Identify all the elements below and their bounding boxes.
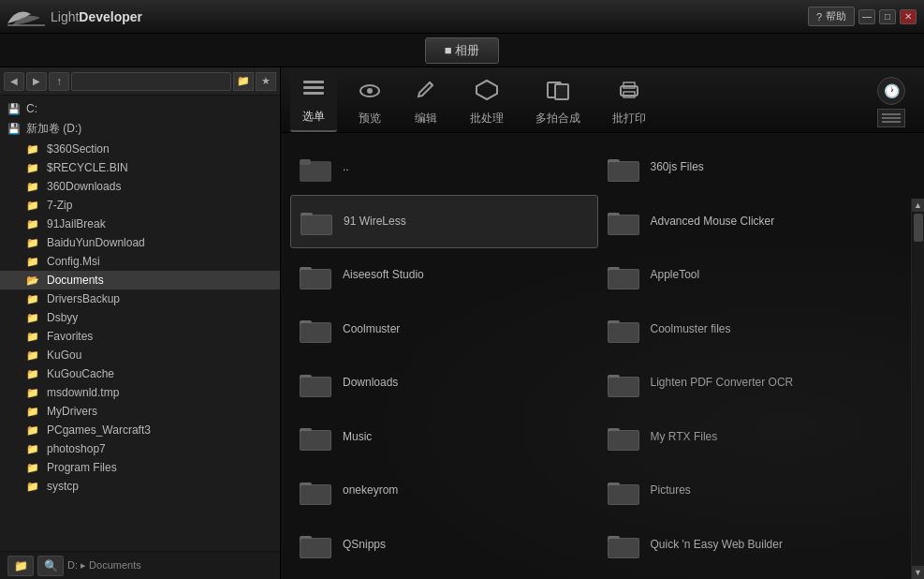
footer-folder-button[interactable]: 📁 bbox=[7, 556, 34, 576]
tree-item[interactable]: 📁7-Zip bbox=[0, 196, 280, 215]
file-item[interactable]: Quick 'n Easy Web Builder bbox=[598, 518, 906, 572]
toolbar-item-multishot[interactable]: 多拍合成 bbox=[524, 73, 592, 132]
tree-item[interactable]: 📁Dsbyy bbox=[0, 308, 280, 327]
list-view-icon[interactable] bbox=[877, 109, 905, 127]
tree-item[interactable]: 📁systcp bbox=[0, 477, 280, 496]
edit-label: 编辑 bbox=[415, 111, 437, 126]
folder-icon-img bbox=[300, 477, 333, 505]
file-item[interactable]: Coolmuster files bbox=[598, 303, 906, 357]
tree-item[interactable]: 📁Favorites bbox=[0, 327, 280, 346]
tree-drive-d[interactable]: 💾 新加卷 (D:) bbox=[0, 118, 280, 140]
logo-icon bbox=[7, 7, 45, 27]
file-item[interactable]: Music bbox=[290, 410, 598, 465]
folder-icon: 📁 bbox=[26, 293, 39, 305]
help-button[interactable]: ? 帮助 bbox=[808, 7, 855, 26]
file-item[interactable]: My RTX Files bbox=[598, 410, 906, 465]
file-item[interactable]: 91 WireLess bbox=[290, 195, 598, 249]
toolbar-item-print[interactable]: 批打印 bbox=[601, 73, 657, 132]
folder-new-button[interactable]: 📁 bbox=[233, 72, 254, 91]
svg-point-5 bbox=[367, 88, 373, 94]
album-button[interactable]: ■ 相册 bbox=[425, 37, 499, 64]
folder-icon: 📁 bbox=[26, 443, 39, 455]
tree-item-label: 91JailBreak bbox=[47, 217, 106, 230]
tree-item[interactable]: 📂Documents bbox=[0, 271, 280, 290]
folder-icon: 📁 bbox=[26, 143, 39, 156]
tree-item-label: systcp bbox=[47, 480, 79, 493]
tree-item[interactable]: 📁KuGouCache bbox=[0, 364, 280, 383]
tree-item[interactable]: 📁DriversBackup bbox=[0, 290, 280, 308]
toolbar-item-batch[interactable]: 批处理 bbox=[459, 73, 515, 132]
tree-drive-c[interactable]: 💾 C: bbox=[0, 99, 280, 118]
toolbar-item-preview[interactable]: 预览 bbox=[346, 73, 393, 132]
file-item[interactable]: Advanced Mouse Clicker bbox=[598, 195, 906, 249]
file-item[interactable]: 360js Files bbox=[598, 141, 906, 195]
file-item[interactable]: Coolmuster bbox=[290, 303, 598, 357]
folder-icon-img bbox=[301, 207, 334, 235]
back-button[interactable]: ◀ bbox=[4, 72, 24, 91]
scroll-down-button[interactable]: ▼ bbox=[912, 566, 925, 579]
folder-icon-img bbox=[608, 261, 641, 290]
svg-rect-37 bbox=[301, 378, 330, 396]
file-name: 91 WireLess bbox=[344, 214, 406, 230]
scrollbar-right[interactable]: ▲ ▼ bbox=[911, 199, 924, 579]
file-item[interactable]: .. bbox=[290, 141, 598, 195]
folder-icon: 📁 bbox=[26, 200, 39, 212]
tree-item[interactable]: 📁360Downloads bbox=[0, 177, 280, 196]
folder-icon: 📁 bbox=[26, 256, 39, 268]
file-item[interactable]: AppleTool bbox=[598, 248, 906, 303]
toolbar-item-edit[interactable]: 编辑 bbox=[403, 73, 449, 132]
tree-item-label: $RECYCLE.BIN bbox=[47, 161, 128, 174]
right-panel: 选单预览编辑批处理多拍合成批打印 🕐 .. 360js Files bbox=[281, 67, 924, 579]
batch-icon bbox=[475, 79, 499, 107]
drive-c-label: C: bbox=[26, 102, 37, 115]
tree-item[interactable]: 📁msdownld.tmp bbox=[0, 383, 280, 402]
footer-search-button[interactable]: 🔍 bbox=[37, 556, 64, 576]
file-name: onekeyrom bbox=[343, 482, 398, 498]
folder-icon-img bbox=[608, 369, 641, 397]
file-item[interactable]: onekeyrom bbox=[290, 464, 598, 518]
tree-item[interactable]: 📁$360Section bbox=[0, 140, 280, 158]
scroll-up-button[interactable]: ▲ bbox=[912, 199, 925, 212]
tree-item[interactable]: 📁Config.Msi bbox=[0, 252, 280, 271]
tree-item[interactable]: 📁PCgames_Warcraft3 bbox=[0, 421, 280, 439]
tree-item-label: PCgames_Warcraft3 bbox=[47, 423, 151, 437]
file-item[interactable]: Pictures bbox=[598, 464, 906, 518]
svg-rect-13 bbox=[300, 159, 311, 165]
scroll-thumb[interactable] bbox=[914, 214, 923, 242]
tree-item-label: Dsbyy bbox=[47, 311, 78, 324]
clock-icon[interactable]: 🕐 bbox=[877, 77, 905, 105]
address-bar[interactable] bbox=[71, 72, 231, 91]
bookmark-button[interactable]: ★ bbox=[256, 72, 276, 91]
close-button[interactable]: ✕ bbox=[900, 9, 917, 24]
top-right-icons: 🕐 bbox=[877, 77, 905, 127]
file-name: Advanced Mouse Clicker bbox=[651, 214, 775, 230]
minimize-button[interactable]: — bbox=[858, 9, 875, 24]
folder-icon: 📁 bbox=[26, 237, 39, 249]
tree-item[interactable]: 📁MyDrivers bbox=[0, 402, 280, 421]
file-item[interactable]: Lighten PDF Converter OCR bbox=[598, 356, 906, 410]
folder-icon-img bbox=[608, 423, 641, 451]
file-name: Aiseesoft Studio bbox=[343, 267, 424, 283]
tree-item[interactable]: 📁$RECYCLE.BIN bbox=[0, 158, 280, 177]
svg-rect-19 bbox=[301, 215, 331, 234]
toolbar-item-select[interactable]: 选单 bbox=[290, 71, 337, 132]
tree-item[interactable]: 📁Program Files bbox=[0, 458, 280, 477]
tree-item[interactable]: 📁91JailBreak bbox=[0, 215, 280, 233]
file-name: Coolmuster bbox=[343, 321, 400, 337]
folder-icon: 📁 bbox=[26, 218, 39, 230]
tree-item[interactable]: 📁photoshop7 bbox=[0, 439, 280, 458]
file-item[interactable]: Aiseesoft Studio bbox=[290, 248, 598, 303]
tree-item[interactable]: 📁BaiduYunDownload bbox=[0, 233, 280, 252]
file-name: Pictures bbox=[651, 482, 691, 498]
tree-item-label: Config.Msi bbox=[47, 255, 100, 268]
up-button[interactable]: ↑ bbox=[49, 72, 69, 91]
svg-rect-31 bbox=[301, 323, 330, 342]
folder-icon-img bbox=[300, 369, 333, 397]
tree-item[interactable]: 📁KuGou bbox=[0, 346, 280, 364]
maximize-button[interactable]: □ bbox=[879, 9, 896, 24]
preview-icon bbox=[358, 79, 382, 107]
file-item[interactable]: QSnipps bbox=[290, 518, 598, 572]
file-item[interactable]: Downloads bbox=[290, 356, 598, 410]
folder-icon-img bbox=[608, 207, 641, 235]
forward-button[interactable]: ▶ bbox=[26, 72, 47, 91]
